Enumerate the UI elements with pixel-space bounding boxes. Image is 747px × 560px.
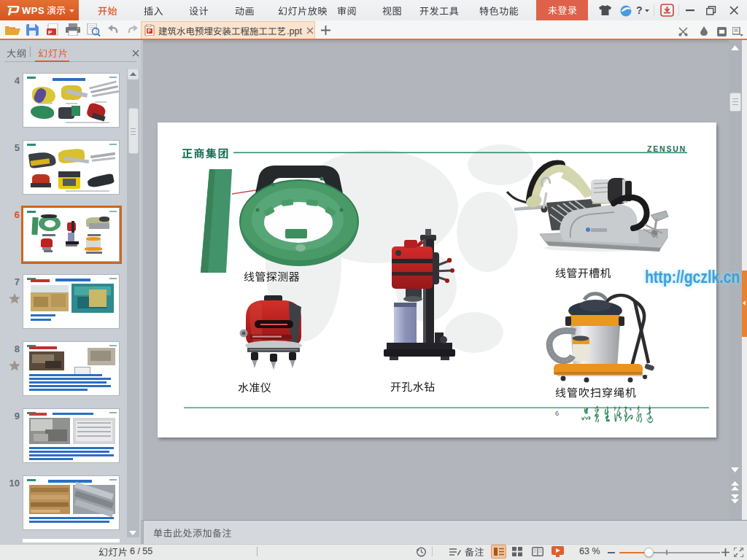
svg-text:P: P — [48, 29, 53, 36]
svg-text:P: P — [148, 28, 152, 34]
svg-text:http://gczlk.cn: http://gczlk.cn — [645, 267, 740, 287]
